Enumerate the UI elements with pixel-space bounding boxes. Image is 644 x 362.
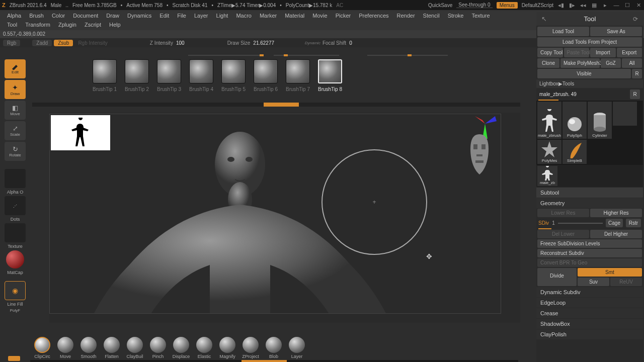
menu-edit[interactable]: Edit	[155, 11, 173, 20]
brushtip-2[interactable]: BrushTip 2	[125, 59, 149, 92]
material-swatch[interactable]	[6, 250, 24, 268]
make-polymesh-button[interactable]: Make PolyMesh3D	[560, 58, 600, 68]
brush-claybuil[interactable]: ClayBuil	[124, 337, 146, 359]
timeline-thumb[interactable]	[264, 103, 299, 107]
tool-panel-header[interactable]: ↖ Tool ⟳	[536, 12, 643, 26]
brush-zproject[interactable]: ZProject	[239, 337, 262, 359]
timeline-track[interactable]	[32, 103, 520, 107]
del-lower-button[interactable]: Del Lower	[537, 230, 589, 238]
subtool-small-item[interactable]: male_zb	[537, 166, 557, 186]
menu-transform[interactable]: Transform	[21, 20, 54, 29]
menu-brush[interactable]: Brush	[25, 11, 48, 20]
menu-marker[interactable]: Marker	[256, 11, 281, 20]
alpha-slot[interactable]	[5, 169, 26, 188]
subtool-item-5[interactable]: SimpleB	[562, 140, 587, 164]
load-tool-button[interactable]: Load Tool	[537, 27, 589, 36]
clone-button[interactable]: Clone	[537, 58, 559, 68]
freeze-subdiv-button[interactable]: Freeze SubDivision Levels	[537, 239, 642, 248]
geometry-section[interactable]: Geometry	[536, 198, 643, 208]
see-through-slider[interactable]: See-through 0	[456, 2, 492, 8]
draw-size-slider[interactable]: Draw Size 21.62277	[227, 40, 303, 46]
brush-palette-scrollbar[interactable]	[30, 360, 518, 362]
menu-movie[interactable]: Movie	[308, 11, 331, 20]
brush-blob[interactable]: Blob	[263, 337, 285, 359]
subtool-item-1[interactable]: PolySph	[562, 102, 587, 139]
lower-res-button[interactable]: Lower Res	[537, 209, 589, 217]
refresh-icon[interactable]: ⟳	[633, 16, 638, 23]
scale-button[interactable]: ⤢Scale	[5, 121, 26, 140]
menu-dynamics[interactable]: Dynamics	[123, 11, 155, 20]
zadd-toggle[interactable]: Zadd	[32, 40, 52, 46]
convert-bpr-button[interactable]: Convert BPR To Geo	[537, 258, 642, 267]
edgeloop-section[interactable]: EdgeLoop	[536, 298, 643, 308]
stroke-slot[interactable]: ⋰	[5, 196, 26, 215]
goz-button[interactable]: GoZ	[601, 58, 621, 68]
menus-button[interactable]: Menus	[497, 2, 518, 9]
goz-all-button[interactable]: All	[622, 58, 642, 68]
scrollbar-thumb[interactable]	[242, 360, 287, 362]
menu-stroke[interactable]: Stroke	[444, 11, 468, 20]
subtool-section[interactable]: Subtool	[536, 188, 643, 198]
focal-shift-slider[interactable]: Focal Shift 0	[323, 40, 388, 46]
crease-section[interactable]: Crease	[536, 308, 643, 318]
texture-slot[interactable]	[5, 223, 26, 242]
goz-r-button[interactable]: R	[632, 69, 642, 78]
menu-texture[interactable]: Texture	[467, 11, 494, 20]
brush-magnify[interactable]: Magnify	[216, 337, 238, 359]
load-from-project-button[interactable]: Load Tools From Project	[537, 37, 642, 47]
close-icon[interactable]: ✕	[635, 2, 642, 9]
divide-button[interactable]: Divide	[537, 268, 577, 286]
reuv-button[interactable]: ReUV	[610, 278, 642, 286]
brushtip-6[interactable]: BrushTip 6	[254, 59, 278, 92]
brushtip-7[interactable]: BrushTip 7	[286, 59, 310, 92]
menu-help[interactable]: Help	[105, 20, 125, 29]
arrow-right-icon[interactable]: ▸	[602, 2, 609, 9]
menu-zscript[interactable]: Zscript	[80, 20, 105, 29]
layout-icon[interactable]: ▦	[591, 2, 598, 9]
brush-move[interactable]: Move	[54, 337, 76, 359]
nav-right-icon[interactable]: ▮▸	[569, 2, 576, 9]
brush-smooth[interactable]: Smooth	[77, 337, 100, 359]
brushtip-5[interactable]: BrushTip 5	[221, 59, 246, 92]
suv-button[interactable]: Suv	[578, 278, 609, 286]
corner-button[interactable]	[8, 356, 20, 361]
maximize-icon[interactable]: ☐	[624, 2, 631, 9]
minimize-icon[interactable]: —	[613, 2, 620, 9]
move-button[interactable]: ◧Move	[5, 101, 26, 120]
save-as-button[interactable]: Save As	[590, 27, 642, 36]
menu-light[interactable]: Light	[212, 11, 232, 20]
brush-layer[interactable]: Layer	[286, 337, 308, 359]
nav-left-icon[interactable]: ◂▮	[557, 2, 565, 9]
paste-tool-button[interactable]: Paste Tool	[564, 48, 590, 57]
menu-picker[interactable]: Picker	[332, 11, 355, 20]
menu-material[interactable]: Material	[281, 11, 308, 20]
goz-visible-button[interactable]: Visible	[537, 69, 631, 78]
collapse-left-icon[interactable]: ◂◂	[580, 2, 587, 9]
menu-tool[interactable]: Tool	[3, 20, 21, 29]
tool-r-button[interactable]: R	[630, 89, 640, 99]
subtool-item-3[interactable]	[613, 102, 637, 126]
shadowbox-section[interactable]: ShadowBox	[536, 319, 643, 329]
rstr-button[interactable]: Rstr	[626, 219, 641, 227]
default-zscript-button[interactable]: DefaultZScript	[522, 3, 553, 8]
menu-color[interactable]: Color	[48, 11, 69, 20]
brush-displace[interactable]: Displace	[170, 337, 192, 359]
draw-button[interactable]: ✦Draw	[5, 80, 26, 99]
reconstruct-subdiv-button[interactable]: Reconstruct Subdiv	[537, 249, 642, 257]
menu-stencil[interactable]: Stencil	[419, 11, 444, 20]
cage-button[interactable]: Cage	[606, 219, 623, 227]
menu-zplugin[interactable]: Zplugin	[54, 20, 80, 29]
brushtip-3[interactable]: BrushTip 3	[157, 59, 181, 92]
edit-button[interactable]: Edit	[5, 59, 26, 78]
brush-flatten[interactable]: Flatten	[101, 337, 123, 359]
subtool-item-4[interactable]: PolyMes	[537, 140, 561, 164]
menu-file[interactable]: File	[173, 11, 190, 20]
rotate-button[interactable]: ↻Rotate	[5, 142, 26, 161]
import-button[interactable]: Import	[590, 48, 616, 57]
subtool-item-0[interactable]: male_zbrush	[537, 102, 561, 139]
quicksave-button[interactable]: QuickSave	[428, 3, 452, 8]
menu-render[interactable]: Render	[393, 11, 419, 20]
lightbox-tools-button[interactable]: Lightbox▶Tools	[536, 79, 643, 88]
menu-draw[interactable]: Draw	[102, 11, 123, 20]
local-button[interactable]: ◉	[5, 281, 26, 300]
